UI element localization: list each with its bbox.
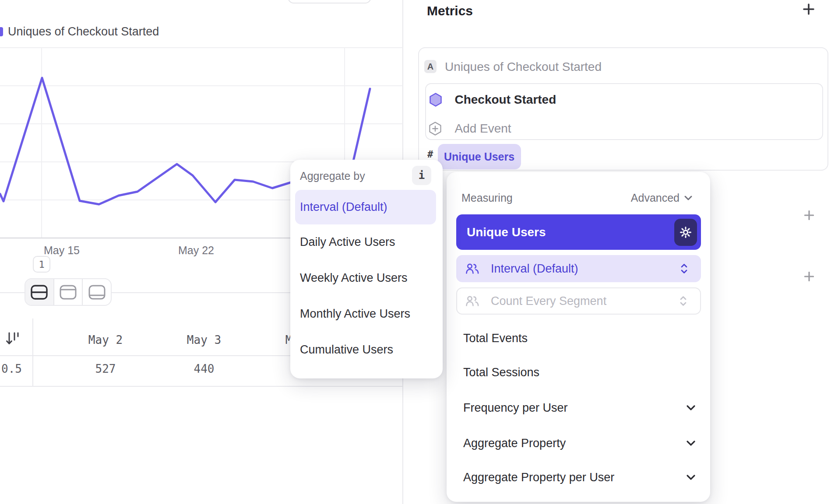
chevron-down-icon — [686, 474, 696, 480]
sort-button[interactable] — [5, 331, 20, 348]
measure-type-prefix: # — [427, 149, 433, 160]
measure-option-aggregate-property[interactable]: Aggregate Property — [447, 434, 710, 452]
table-header-col2[interactable]: May 3 — [160, 333, 248, 346]
split-view-button[interactable] — [25, 279, 53, 305]
segment-count-label: Count Every Segment — [491, 294, 606, 308]
add-section-button[interactable] — [804, 272, 814, 283]
measure-option-total-events[interactable]: Total Events — [447, 329, 710, 347]
measure-chip[interactable]: Unique Users — [438, 144, 521, 169]
people-icon — [465, 262, 480, 275]
gear-icon — [678, 225, 693, 240]
advanced-mode-toggle[interactable]: Advanced — [631, 191, 693, 204]
table-column-divider — [32, 318, 33, 386]
sort-descending-icon — [5, 331, 20, 346]
aggregate-option-cumulative[interactable]: Cumulative Users — [290, 341, 443, 358]
measure-option-aggregate-property-per-user[interactable]: Aggregate Property per User — [447, 469, 710, 486]
up-down-chevrons-icon — [680, 295, 687, 307]
chart-only-view-button[interactable] — [53, 279, 82, 305]
chevron-down-icon — [686, 440, 696, 446]
add-metric-button[interactable] — [803, 4, 814, 17]
event-name: Checkout Started — [454, 93, 556, 106]
plus-icon — [804, 210, 814, 220]
chart-only-view-icon — [60, 285, 77, 300]
aggregate-popup-title: Aggregate by — [300, 169, 365, 182]
advanced-label: Advanced — [631, 192, 680, 204]
measuring-popup: Measuring Advanced Unique Users — [447, 172, 710, 502]
analytics-app: Uniques of Checkout Started May 15May 22… — [0, 0, 831, 504]
interval-selector[interactable]: Interval (Default) — [456, 255, 701, 282]
table-header-col1[interactable]: May 2 — [62, 333, 149, 346]
interval-selector-label: Interval (Default) — [491, 262, 578, 276]
add-event-button[interactable]: Add Event — [429, 121, 511, 136]
chevron-down-icon — [686, 405, 696, 411]
measure-settings-button[interactable] — [674, 219, 697, 246]
measure-chip-label: Unique Users — [444, 150, 514, 163]
info-icon[interactable]: i — [412, 166, 431, 185]
selected-measure-label: Unique Users — [467, 225, 546, 239]
metric-title[interactable]: Uniques of Checkout Started — [445, 60, 602, 74]
svg-text:May 22: May 22 — [178, 244, 214, 256]
measure-option-unique-users[interactable]: Unique Users — [456, 214, 701, 250]
event-row[interactable]: Checkout Started — [429, 92, 556, 107]
add-section-button[interactable] — [804, 210, 814, 222]
svg-text:May 15: May 15 — [44, 244, 80, 256]
aggregate-option-dau[interactable]: Daily Active Users — [290, 233, 443, 251]
metric-letter-badge: A — [424, 60, 437, 73]
table-only-view-icon — [88, 285, 106, 300]
chevron-down-icon — [684, 195, 693, 201]
table-cell-value: 440 — [160, 362, 248, 375]
measuring-popup-title: Measuring — [461, 191, 513, 204]
split-view-icon — [31, 285, 48, 300]
aggregate-option-mau[interactable]: Monthly Active Users — [290, 305, 443, 322]
hexagon-plus-icon — [429, 121, 442, 136]
table-row-border — [0, 386, 402, 387]
table-cell-value: 527 — [62, 362, 149, 375]
plus-icon — [803, 4, 814, 15]
metrics-panel-title: Metrics — [427, 4, 473, 18]
measure-option-frequency-per-user[interactable]: Frequency per User — [447, 399, 710, 416]
plus-icon — [804, 272, 814, 281]
table-only-view-button[interactable] — [82, 279, 111, 305]
measure-option-total-sessions[interactable]: Total Sessions — [447, 364, 710, 381]
aggregate-option-wau[interactable]: Weekly Active Users — [290, 269, 443, 287]
aggregate-by-popup: Aggregate by i Interval (Default) Daily … — [290, 160, 443, 378]
hexagon-icon — [429, 92, 442, 107]
page-number-box[interactable]: 1 — [33, 256, 50, 273]
view-toggle — [25, 278, 112, 306]
up-down-chevrons-icon — [680, 262, 688, 275]
chevron-down-icon — [521, 154, 521, 160]
people-icon — [465, 295, 480, 307]
aggregate-option-interval[interactable]: Interval (Default) — [295, 190, 436, 224]
segment-count-selector[interactable]: Count Every Segment — [456, 287, 701, 315]
add-event-label: Add Event — [454, 122, 511, 135]
table-row-label-clipped: 0.5 — [0, 362, 22, 375]
event-list-card: Checkout Started Add Event — [425, 83, 823, 140]
